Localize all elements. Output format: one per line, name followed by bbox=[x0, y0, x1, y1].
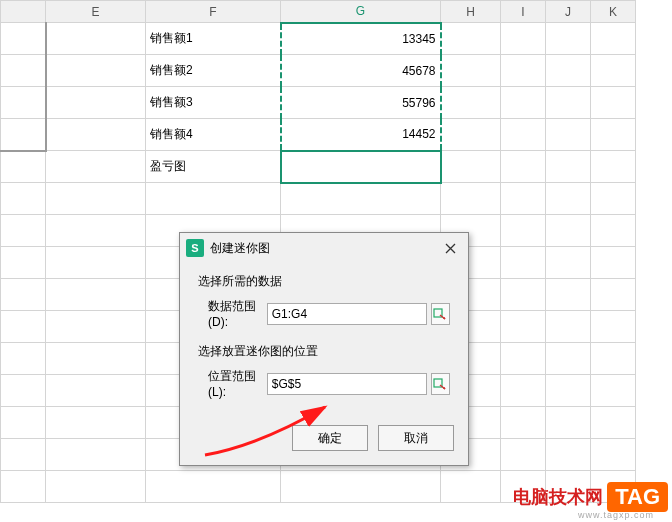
cell[interactable] bbox=[1, 119, 46, 151]
cell[interactable] bbox=[546, 87, 591, 119]
cell[interactable] bbox=[501, 119, 546, 151]
cell-label[interactable]: 盈亏图 bbox=[146, 151, 281, 183]
cell[interactable] bbox=[591, 119, 636, 151]
site-url: www.tagxp.com bbox=[578, 510, 654, 520]
table-row: 盈亏图 bbox=[1, 151, 636, 183]
app-icon: S bbox=[186, 239, 204, 257]
data-range-picker-button[interactable] bbox=[431, 303, 450, 325]
col-header-I[interactable]: I bbox=[501, 1, 546, 23]
cell[interactable] bbox=[1, 55, 46, 87]
col-header-D[interactable] bbox=[1, 1, 46, 23]
cell[interactable] bbox=[1, 87, 46, 119]
cell[interactable] bbox=[501, 23, 546, 55]
location-range-label: 位置范围(L): bbox=[198, 368, 267, 399]
cell[interactable] bbox=[441, 55, 501, 87]
cell-value[interactable]: 14452 bbox=[281, 119, 441, 151]
cell-label[interactable]: 销售额4 bbox=[146, 119, 281, 151]
section-label-data: 选择所需的数据 bbox=[198, 273, 450, 290]
cell[interactable] bbox=[441, 119, 501, 151]
table-row: 销售额4 14452 bbox=[1, 119, 636, 151]
cell[interactable] bbox=[546, 119, 591, 151]
cell[interactable] bbox=[591, 23, 636, 55]
cell-value[interactable]: 45678 bbox=[281, 55, 441, 87]
data-range-input[interactable] bbox=[267, 303, 427, 325]
cell[interactable] bbox=[441, 23, 501, 55]
cell[interactable] bbox=[591, 55, 636, 87]
cell[interactable] bbox=[46, 23, 146, 55]
cell[interactable] bbox=[1, 151, 46, 183]
cell[interactable] bbox=[441, 87, 501, 119]
cell[interactable] bbox=[546, 55, 591, 87]
table-row: 销售额1 13345 bbox=[1, 23, 636, 55]
cell[interactable] bbox=[46, 55, 146, 87]
cell[interactable] bbox=[501, 151, 546, 183]
close-button[interactable] bbox=[438, 238, 462, 258]
cell-value[interactable]: 55796 bbox=[281, 87, 441, 119]
dialog-titlebar[interactable]: S 创建迷你图 bbox=[180, 233, 468, 263]
cell-value[interactable]: 13345 bbox=[281, 23, 441, 55]
cell[interactable] bbox=[591, 151, 636, 183]
cell-label[interactable]: 销售额2 bbox=[146, 55, 281, 87]
col-header-J[interactable]: J bbox=[546, 1, 591, 23]
location-range-input[interactable] bbox=[267, 373, 427, 395]
site-name: 电脑技术网 bbox=[513, 485, 603, 509]
location-range-picker-button[interactable] bbox=[431, 373, 450, 395]
range-select-icon bbox=[433, 308, 447, 320]
site-logo: 电脑技术网 TAG bbox=[513, 482, 668, 512]
col-header-H[interactable]: H bbox=[441, 1, 501, 23]
cell[interactable] bbox=[591, 87, 636, 119]
cell[interactable] bbox=[501, 87, 546, 119]
close-icon bbox=[445, 243, 456, 254]
cell[interactable] bbox=[546, 23, 591, 55]
table-row: 销售额3 55796 bbox=[1, 87, 636, 119]
column-header-row: E F G H I J K bbox=[1, 1, 636, 23]
data-range-label: 数据范围(D): bbox=[198, 298, 267, 329]
cell[interactable] bbox=[46, 151, 146, 183]
cell[interactable] bbox=[46, 87, 146, 119]
cell[interactable] bbox=[546, 151, 591, 183]
create-sparkline-dialog: S 创建迷你图 选择所需的数据 数据范围(D): 选择放置迷你图的位置 位置范围… bbox=[179, 232, 469, 466]
cancel-button[interactable]: 取消 bbox=[378, 425, 454, 451]
section-label-location: 选择放置迷你图的位置 bbox=[198, 343, 450, 360]
cell[interactable] bbox=[501, 55, 546, 87]
range-select-icon bbox=[433, 378, 447, 390]
dialog-title: 创建迷你图 bbox=[210, 240, 438, 257]
active-cell[interactable] bbox=[281, 151, 441, 183]
table-row: 销售额2 45678 bbox=[1, 55, 636, 87]
col-header-G[interactable]: G bbox=[281, 1, 441, 23]
cell[interactable] bbox=[46, 119, 146, 151]
cell[interactable] bbox=[441, 151, 501, 183]
cell[interactable] bbox=[1, 23, 46, 55]
col-header-E[interactable]: E bbox=[46, 1, 146, 23]
col-header-K[interactable]: K bbox=[591, 1, 636, 23]
site-tag: TAG bbox=[607, 482, 668, 512]
cell-label[interactable]: 销售额1 bbox=[146, 23, 281, 55]
ok-button[interactable]: 确定 bbox=[292, 425, 368, 451]
cell-label[interactable]: 销售额3 bbox=[146, 87, 281, 119]
col-header-F[interactable]: F bbox=[146, 1, 281, 23]
